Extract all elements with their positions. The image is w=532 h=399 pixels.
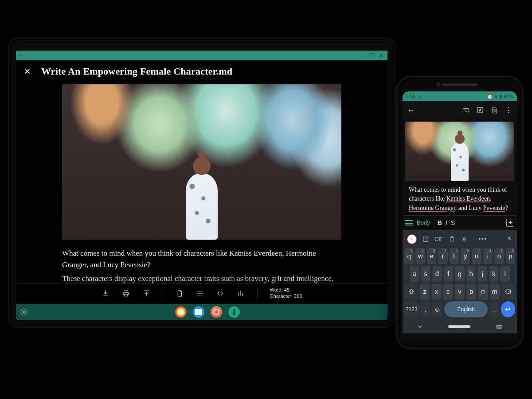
keyboard-suggestion-bar: GIF ••• — [404, 232, 515, 246]
backspace-key[interactable] — [501, 284, 515, 300]
clipboard-icon[interactable] — [449, 236, 455, 242]
phone-speaker — [442, 83, 477, 86]
keyboard-row-2: asdfghjkl — [404, 266, 515, 282]
nav-collapse-icon[interactable] — [417, 324, 423, 330]
insert-button[interactable]: ✚ — [506, 219, 514, 227]
key-z[interactable]: z — [420, 284, 430, 300]
key-n[interactable]: n — [478, 284, 488, 300]
key-g[interactable]: g — [455, 266, 465, 282]
key-m[interactable]: m — [490, 284, 500, 300]
key-y[interactable]: y6 — [461, 248, 470, 264]
collapse-suggestions-icon[interactable] — [407, 234, 417, 244]
window-controls: — ❐ ✕ — [359, 53, 387, 59]
key-e[interactable]: e3 — [427, 248, 436, 264]
nav-home-pill[interactable] — [448, 325, 470, 328]
key-s[interactable]: s — [421, 266, 431, 282]
key-j[interactable]: j — [477, 266, 487, 282]
back-arrow-icon[interactable]: ← — [19, 52, 24, 59]
print-icon[interactable] — [122, 289, 130, 297]
editor-app: ✕ Write An Empowering Female Character.m… — [16, 60, 387, 303]
toolbar-separator — [163, 288, 163, 299]
battery-icon: ▮ — [499, 94, 502, 99]
chrome-app-icon[interactable] — [175, 306, 187, 318]
shift-key[interactable] — [404, 284, 418, 300]
phone-article-body[interactable]: What comes to mind when you think of cha… — [403, 181, 517, 213]
close-document-button[interactable]: ✕ — [24, 67, 31, 76]
keyboard-mode-icon[interactable] — [462, 106, 470, 114]
search-in-page-icon[interactable] — [490, 106, 498, 114]
minimize-button[interactable]: — — [359, 53, 364, 59]
svg-point-8 — [426, 238, 426, 239]
download-icon[interactable] — [102, 289, 110, 297]
key-d[interactable]: d — [432, 266, 442, 282]
key-x[interactable]: x — [431, 284, 441, 300]
period-key[interactable]: . — [489, 301, 499, 317]
settings-icon[interactable] — [461, 236, 468, 243]
overflow-menu-icon[interactable]: ⋮ — [505, 106, 512, 114]
article-paragraph-1: What comes to mind when you think of cha… — [62, 248, 341, 271]
svg-rect-13 — [497, 325, 502, 328]
phone-device: 5:56 ◎ ⏰ ▾ ▮ 92% ← ⋮ — [395, 75, 524, 350]
mic-icon[interactable] — [506, 236, 512, 242]
document-icon[interactable] — [176, 289, 184, 297]
bold-button[interactable]: B — [438, 219, 442, 226]
android-nav-bar — [404, 320, 515, 333]
toolbar-separator — [257, 288, 258, 299]
key-b[interactable]: b — [466, 284, 476, 300]
back-button[interactable]: ← — [407, 106, 415, 115]
sticker-icon[interactable] — [422, 236, 429, 243]
key-k[interactable]: k — [489, 266, 499, 282]
underlined-name: Katniss Everdeen — [446, 195, 490, 202]
key-i[interactable]: i8 — [483, 248, 493, 264]
stats-icon[interactable] — [237, 289, 245, 297]
svg-point-11 — [463, 238, 465, 240]
svg-rect-2 — [124, 294, 128, 296]
italic-button[interactable]: I — [446, 219, 447, 226]
spacebar-key[interactable]: English — [444, 301, 487, 317]
svg-rect-12 — [509, 237, 510, 240]
keyboard-switch-icon[interactable] — [496, 323, 503, 330]
os-shelf — [16, 304, 387, 320]
list-icon[interactable] — [196, 289, 204, 297]
files-app-icon[interactable] — [193, 306, 204, 318]
key-u[interactable]: u7 — [472, 248, 481, 264]
paragraph-style-icon[interactable] — [405, 220, 413, 225]
launcher-button[interactable] — [20, 308, 27, 316]
editor-header: ✕ Write An Empowering Female Character.m… — [16, 60, 387, 80]
format-style-label[interactable]: Body — [417, 219, 430, 226]
key-a[interactable]: a — [410, 266, 419, 282]
key-w[interactable]: w2 — [415, 248, 425, 264]
underlined-name: Pevensie — [483, 205, 505, 211]
enter-key[interactable] — [501, 301, 515, 317]
key-v[interactable]: v — [455, 284, 465, 300]
upload-icon[interactable] — [142, 289, 150, 297]
comma-key[interactable]: , — [420, 301, 430, 317]
gif-button[interactable]: GIF — [434, 236, 443, 242]
key-l[interactable]: l — [500, 266, 510, 282]
svg-point-7 — [425, 238, 425, 239]
key-h[interactable]: h — [466, 266, 476, 282]
editor-app-icon[interactable] — [228, 306, 240, 318]
strikethrough-button[interactable]: S — [451, 219, 455, 226]
close-window-button[interactable]: ✕ — [379, 53, 383, 59]
restore-button[interactable]: ❐ — [369, 53, 374, 59]
format-toolbar: Body B I S ✚ — [403, 215, 517, 230]
hero-illustration — [62, 84, 341, 240]
phone-front-camera — [436, 82, 441, 87]
more-icon[interactable]: ••• — [479, 236, 487, 242]
symbols-mode-key[interactable]: ?123 — [404, 301, 419, 317]
hero-image-area — [16, 84, 387, 240]
key-r[interactable]: r4 — [438, 248, 447, 264]
emoji-key[interactable]: ☺ — [432, 301, 442, 317]
key-c[interactable]: c — [443, 284, 453, 300]
key-f[interactable]: f — [444, 266, 454, 282]
svg-rect-0 — [124, 291, 128, 292]
code-icon[interactable] — [216, 289, 224, 297]
key-o[interactable]: o9 — [494, 248, 504, 264]
key-q[interactable]: q1 — [404, 248, 414, 264]
keyboard-space-row: ?123 , ☺ English . — [404, 301, 515, 317]
camera-app-icon[interactable] — [211, 306, 222, 318]
key-t[interactable]: t5 — [450, 248, 459, 264]
font-icon[interactable] — [476, 106, 484, 114]
key-p[interactable]: p0 — [506, 248, 515, 264]
